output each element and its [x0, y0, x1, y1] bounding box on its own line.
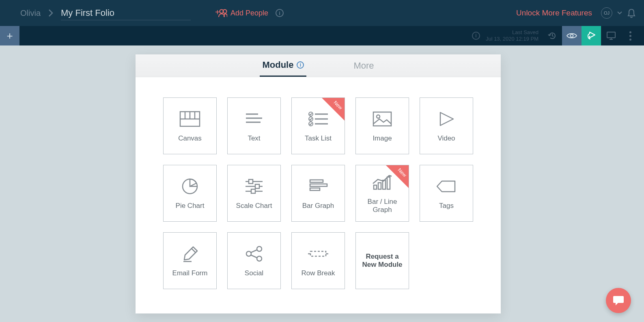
module-label: Bar / Line Graph — [356, 198, 409, 214]
module-request[interactable]: Request a New Module — [355, 232, 409, 289]
module-scalechart[interactable]: Scale Chart — [227, 165, 281, 222]
folio-title-input[interactable]: My First Folio — [61, 6, 191, 20]
tab-module-label: Module — [262, 60, 293, 70]
module-label: Pie Chart — [173, 202, 207, 210]
tab-more[interactable]: More — [351, 54, 376, 77]
tags-icon — [436, 177, 457, 196]
image-icon — [372, 109, 392, 129]
new-badge — [386, 165, 409, 188]
more-options-button[interactable] — [620, 26, 640, 45]
module-grid: CanvasTextTask ListNewImageVideoPie Char… — [136, 77, 501, 313]
bargraph-icon — [308, 177, 328, 196]
add-people-info-icon[interactable]: i — [276, 9, 284, 17]
svg-rect-32 — [374, 185, 377, 189]
svg-rect-24 — [249, 179, 253, 184]
share-button[interactable] — [582, 26, 601, 45]
history-icon[interactable] — [543, 26, 562, 45]
module-video[interactable]: Video — [420, 97, 473, 154]
canvas-icon — [179, 109, 200, 129]
svg-point-40 — [257, 256, 262, 261]
svg-point-20 — [377, 115, 380, 118]
add-people-label: Add People — [230, 9, 268, 17]
module-label: Request a New Module — [356, 253, 409, 269]
module-tasklist[interactable]: Task ListNew — [291, 97, 345, 154]
toolbar-info-icon[interactable]: i — [472, 32, 480, 40]
toolbar: + i Last Saved Jul 13, 2020 12:19 PM — [0, 26, 644, 45]
svg-point-38 — [246, 251, 251, 256]
svg-rect-33 — [378, 183, 381, 189]
add-people-button[interactable]: + Add People i — [215, 9, 284, 17]
user-avatar[interactable]: OJ — [601, 7, 612, 19]
module-social[interactable]: Social — [227, 232, 281, 289]
scalechart-icon — [244, 177, 264, 196]
add-button[interactable]: + — [0, 26, 19, 45]
present-button[interactable] — [601, 26, 620, 45]
rowbreak-icon — [307, 244, 329, 264]
chevron-right-icon — [48, 9, 54, 17]
chat-icon — [612, 295, 625, 306]
svg-rect-4 — [607, 32, 615, 38]
module-canvas[interactable]: Canvas — [163, 97, 217, 154]
header-bar: Olivia My First Folio + Add People i Unl… — [0, 0, 644, 26]
module-label: Email Form — [170, 269, 210, 277]
chat-launcher-button[interactable] — [606, 288, 631, 313]
piechart-icon — [181, 177, 199, 196]
svg-line-42 — [251, 255, 257, 258]
svg-point-3 — [571, 35, 573, 37]
module-picker-panel: Module i More CanvasTextTask ListNewImag… — [136, 54, 501, 313]
module-tags[interactable]: Tags — [420, 165, 473, 222]
new-badge — [322, 98, 345, 121]
svg-rect-34 — [383, 180, 386, 189]
svg-rect-19 — [373, 112, 391, 126]
module-label: Tags — [437, 202, 456, 210]
svg-rect-26 — [255, 184, 259, 188]
module-label: Bar Graph — [300, 202, 336, 210]
module-rowbreak[interactable]: Row Break — [291, 232, 345, 289]
module-emailform[interactable]: Email Form — [163, 232, 217, 289]
svg-point-39 — [257, 246, 262, 251]
last-saved-time: Jul 13, 2020 12:19 PM — [486, 36, 538, 42]
module-label: Canvas — [176, 134, 204, 143]
svg-rect-30 — [310, 184, 327, 186]
svg-rect-28 — [251, 189, 255, 193]
module-label: Video — [435, 134, 457, 143]
breadcrumb-user[interactable]: Olivia — [20, 9, 41, 18]
module-piechart[interactable]: Pie Chart — [163, 165, 217, 222]
module-label: Row Break — [299, 269, 337, 277]
module-label: Text — [245, 134, 263, 143]
panel-tabs: Module i More — [136, 54, 501, 77]
svg-rect-29 — [310, 180, 323, 182]
svg-rect-31 — [310, 188, 320, 190]
notification-bell-icon[interactable] — [627, 8, 636, 18]
module-bargraph[interactable]: Bar Graph — [291, 165, 345, 222]
text-icon — [244, 109, 264, 129]
user-menu-caret-icon[interactable] — [617, 11, 622, 15]
module-label: Social — [242, 269, 266, 277]
module-label: Scale Chart — [234, 202, 275, 210]
emailform-icon — [182, 244, 198, 264]
svg-line-41 — [251, 250, 257, 253]
module-text[interactable]: Text — [227, 97, 281, 154]
svg-rect-43 — [310, 251, 326, 256]
tab-module[interactable]: Module i — [260, 54, 306, 77]
unlock-features-link[interactable]: Unlock More Features — [516, 9, 592, 17]
module-barline[interactable]: Bar / Line GraphNew — [355, 165, 409, 222]
module-image[interactable]: Image — [355, 97, 409, 154]
kebab-icon — [629, 31, 631, 41]
tab-more-label: More — [353, 61, 374, 71]
social-icon — [245, 244, 263, 264]
last-saved-status: Last Saved Jul 13, 2020 12:19 PM — [486, 29, 538, 43]
video-icon — [437, 109, 456, 129]
preview-button[interactable] — [562, 26, 582, 45]
tab-module-info-icon[interactable]: i — [297, 61, 304, 69]
add-people-icon: + — [215, 9, 227, 17]
last-saved-label: Last Saved — [486, 29, 538, 36]
module-label: Image — [370, 134, 394, 143]
module-label: Task List — [302, 134, 334, 143]
